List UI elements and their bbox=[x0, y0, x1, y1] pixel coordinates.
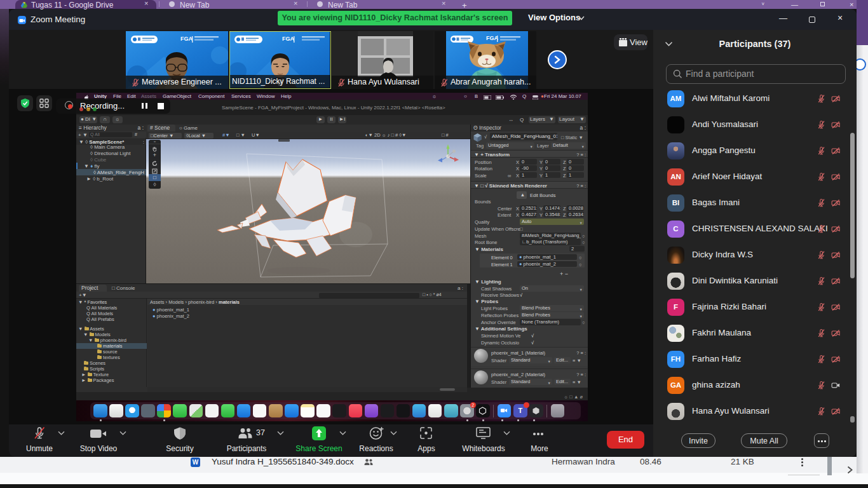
svg-text:FGA: FGA bbox=[180, 36, 193, 42]
svg-text:FGA: FGA bbox=[282, 36, 294, 42]
svg-text:FGA: FGA bbox=[486, 35, 498, 41]
